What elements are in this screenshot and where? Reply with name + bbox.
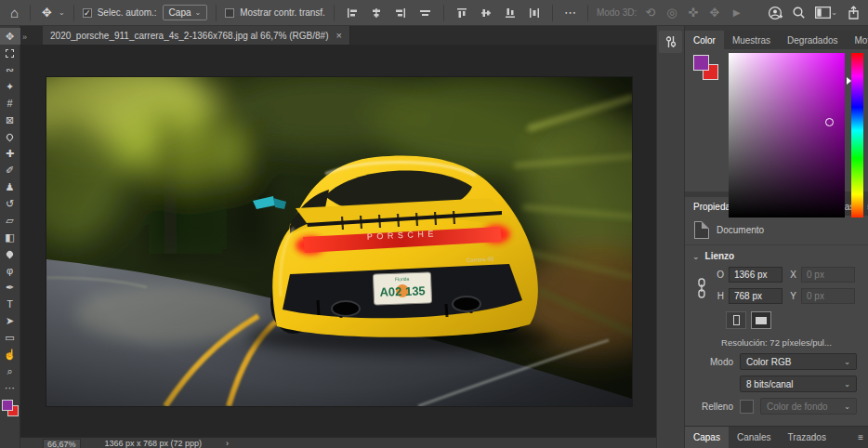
- move-tool-preset-icon[interactable]: ✥: [39, 5, 55, 20]
- hue-slider-marker[interactable]: [847, 77, 851, 85]
- dodge-tool[interactable]: φ: [0, 262, 20, 279]
- move-tool[interactable]: ✥: [0, 28, 20, 45]
- zoom-tool-icon: ⌕: [7, 366, 12, 376]
- fill-color-swatch[interactable]: [740, 400, 754, 414]
- canvas-x-input: [801, 267, 855, 283]
- canvas-width-input[interactable]: [729, 267, 783, 283]
- collapsed-panel-dock: [656, 26, 685, 448]
- tab-color[interactable]: Color: [685, 31, 724, 49]
- distribute-v-button[interactable]: [525, 7, 544, 20]
- panel-color-swatches[interactable]: [693, 55, 721, 83]
- document-tab-bar: » 2020_porsche_911_carrera_4s_2-1366x768…: [20, 26, 656, 45]
- brush-tool[interactable]: ✐: [0, 162, 20, 178]
- landscape-icon: [756, 317, 767, 324]
- hand-tool-icon: ☝: [4, 349, 17, 360]
- tab-motivos[interactable]: Motivos: [847, 31, 868, 49]
- hand-tool[interactable]: ☝: [0, 346, 20, 362]
- object-selection-tool[interactable]: ✦: [0, 78, 20, 95]
- show-transform-checkbox[interactable]: [225, 8, 234, 18]
- pen-tool[interactable]: ✒: [0, 279, 20, 296]
- color-swatches[interactable]: [2, 400, 19, 416]
- tab-canales[interactable]: Canales: [729, 427, 780, 448]
- layers-panel-menu-icon[interactable]: ≡: [853, 427, 868, 448]
- home-icon[interactable]: ⌂: [7, 4, 21, 21]
- color-mode-dropdown[interactable]: Color RGB ⌄: [740, 353, 857, 370]
- chevron-down-icon: ⌄: [844, 358, 850, 366]
- properties-panel: Documento ⌄ Lienzo: [685, 216, 868, 426]
- eyedropper-tool[interactable]: [0, 128, 20, 145]
- align-top-button[interactable]: [453, 7, 471, 20]
- eraser-tool[interactable]: ▱: [0, 212, 20, 229]
- canvas-photo[interactable]: PORSCHE Carrera 4S: [46, 77, 632, 406]
- align-left-button[interactable]: [343, 7, 362, 20]
- canvas-height-input[interactable]: [729, 288, 783, 304]
- tab-degradados[interactable]: Degradados: [779, 31, 846, 49]
- tab-muestras[interactable]: Muestras: [724, 31, 779, 49]
- y-label: Y: [787, 291, 796, 301]
- clone-stamp-tool-icon: ♟: [6, 182, 15, 192]
- path-selection-tool[interactable]: ➤: [0, 312, 20, 329]
- properties-panel-menu-icon[interactable]: ≡: [862, 197, 868, 216]
- foreground-color-swatch[interactable]: [2, 400, 13, 411]
- crop-tool[interactable]: #: [0, 95, 20, 112]
- edit-toolbar-button[interactable]: ⋯: [0, 379, 20, 396]
- close-tab-icon[interactable]: ×: [335, 30, 341, 41]
- share-icon[interactable]: [847, 6, 861, 20]
- frame-tool[interactable]: ⊠: [0, 112, 20, 128]
- clone-stamp-tool[interactable]: ♟: [0, 178, 20, 195]
- lasso-tool-icon: ∾: [6, 65, 14, 75]
- chevron-down-icon: ⌄: [844, 402, 850, 411]
- orientation-landscape-button[interactable]: [751, 311, 771, 329]
- align-middle-v-button[interactable]: [477, 7, 495, 20]
- height-label: H: [715, 291, 724, 301]
- account-icon[interactable]: [768, 6, 783, 20]
- ellipsis-icon: ⋯: [5, 383, 15, 393]
- color-field-marker[interactable]: [825, 118, 834, 126]
- color-panel-tabs: Color Muestras Degradados Motivos ≡: [685, 31, 868, 49]
- properties-dock-icon[interactable]: [659, 31, 682, 53]
- status-chevron-icon[interactable]: ›: [226, 439, 229, 448]
- healing-brush-tool[interactable]: ✚: [0, 145, 20, 162]
- portrait-icon: [733, 315, 740, 325]
- distribute-h-button[interactable]: [415, 7, 435, 20]
- gradient-tool[interactable]: ◧: [0, 229, 20, 245]
- double-chevron-icon[interactable]: »: [20, 33, 30, 45]
- more-align-options-icon[interactable]: ⋯: [561, 5, 579, 20]
- tab-trazados[interactable]: Trazados: [780, 427, 835, 448]
- pen-tool-icon: ✒: [6, 283, 14, 293]
- marquee-tool-icon: [6, 49, 14, 58]
- relleno-label: Relleno: [702, 402, 733, 412]
- auto-select-checkbox[interactable]: ✓: [83, 8, 92, 18]
- spin-3d-icon: ◎: [664, 5, 679, 20]
- align-center-h-button[interactable]: [367, 7, 386, 20]
- lasso-tool[interactable]: ∾: [0, 61, 20, 78]
- document-tab[interactable]: 2020_porsche_911_carrera_4s_2-1366x768.j…: [43, 26, 350, 45]
- marquee-tool[interactable]: [0, 45, 20, 61]
- search-icon[interactable]: [792, 6, 806, 20]
- type-tool-icon: T: [7, 299, 13, 310]
- bit-depth-dropdown[interactable]: 8 bits/canal ⌄: [740, 376, 857, 392]
- align-right-button[interactable]: [391, 7, 410, 20]
- align-bottom-button[interactable]: [501, 7, 519, 20]
- link-dimensions-toggle[interactable]: [694, 267, 709, 310]
- pan-3d-icon: ✜: [686, 5, 702, 20]
- modo-label: Modo: [702, 357, 733, 367]
- resolution-text: Resolución: 72 píxeles/pul...: [685, 333, 868, 353]
- rectangle-tool[interactable]: ▭: [0, 329, 20, 346]
- orientation-portrait-button[interactable]: [726, 311, 746, 329]
- type-tool[interactable]: T: [0, 296, 20, 312]
- hue-slider[interactable]: [851, 53, 863, 217]
- canvas-area[interactable]: PORSCHE Carrera 4S: [20, 45, 656, 437]
- blur-tool[interactable]: [0, 245, 20, 262]
- zoom-tool[interactable]: ⌕: [0, 362, 20, 379]
- camera-3d-icon: ►: [728, 5, 745, 20]
- auto-select-target-dropdown[interactable]: Capa ⌄: [163, 5, 208, 20]
- tool-preset-chevron-icon[interactable]: ⌄: [59, 8, 65, 17]
- panel-foreground-swatch[interactable]: [693, 55, 709, 71]
- lienzo-section-header[interactable]: ⌄ Lienzo: [685, 245, 868, 265]
- saturation-brightness-field[interactable]: [729, 53, 845, 217]
- tab-capas[interactable]: Capas: [685, 427, 729, 448]
- history-brush-tool[interactable]: ↺: [0, 195, 20, 212]
- workspace-switcher-icon[interactable]: ⌄: [815, 7, 837, 19]
- zoom-level-field[interactable]: 66,67%: [43, 439, 81, 448]
